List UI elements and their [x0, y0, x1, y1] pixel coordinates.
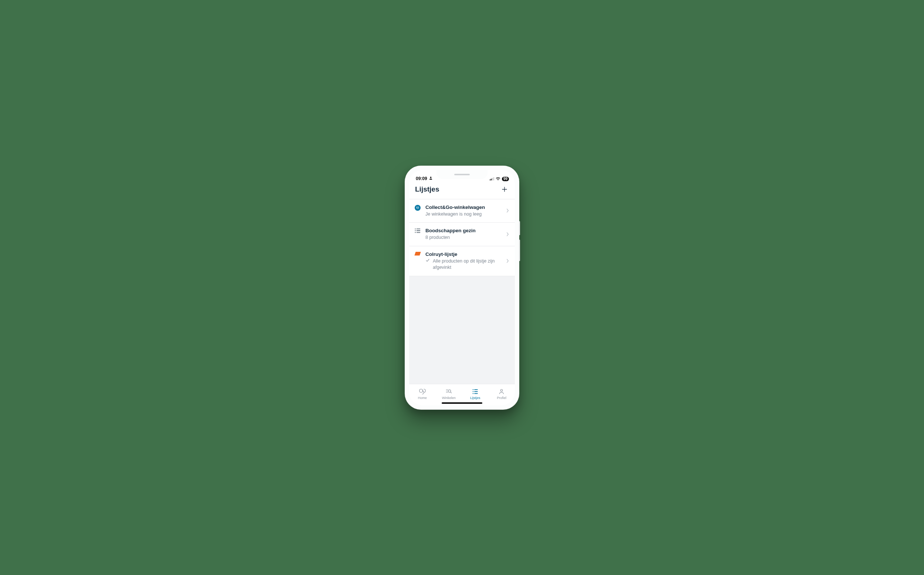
- list-row-title: Boodschappen gezin: [425, 228, 502, 233]
- tab-label: Lijstjes: [470, 396, 480, 400]
- page-title: Lijstjes: [415, 185, 439, 194]
- add-list-button[interactable]: [500, 185, 509, 194]
- list-row-boodschappen[interactable]: Boodschappen gezin 8 producten: [409, 222, 515, 246]
- svg-rect-2: [417, 229, 420, 229]
- svg-point-12: [473, 393, 474, 394]
- bullet-list-icon: [414, 228, 421, 233]
- tab-profiel[interactable]: Profiel: [489, 384, 515, 402]
- svg-point-3: [415, 230, 416, 231]
- tab-label: Home: [418, 396, 427, 400]
- tab-lijstjes[interactable]: Lijstjes: [462, 384, 489, 402]
- home-logo-icon: [419, 388, 426, 395]
- chevron-right-icon: [506, 207, 509, 214]
- svg-rect-11: [474, 391, 478, 392]
- device-notch: [436, 170, 488, 179]
- screen: 09:09 99 Lij: [409, 170, 515, 405]
- svg-point-0: [430, 176, 431, 178]
- list-row-title: Collect&Go-winkelwagen: [425, 205, 502, 210]
- status-right: 99: [490, 177, 509, 181]
- cellular-signal-icon: [490, 177, 494, 181]
- status-left: 09:09: [416, 176, 433, 181]
- phone-frame: 09:09 99 Lij: [405, 166, 519, 410]
- checkmark-icon: [425, 258, 430, 264]
- list-row-subtitle: 8 producten: [425, 234, 502, 241]
- list-row-title: Colruyt-lijstje: [425, 251, 502, 257]
- profile-icon: [498, 388, 505, 395]
- tab-home[interactable]: Home: [409, 384, 436, 402]
- user-presence-icon: [429, 176, 433, 181]
- battery-level: 99: [502, 177, 509, 181]
- svg-point-10: [473, 391, 474, 392]
- chevron-right-icon: [506, 231, 509, 238]
- speaker-grill: [454, 174, 470, 175]
- tab-winkelen[interactable]: Winkelen: [436, 384, 462, 402]
- svg-point-14: [501, 389, 502, 391]
- wifi-icon: [496, 177, 501, 181]
- svg-rect-4: [417, 231, 420, 231]
- svg-rect-6: [417, 233, 420, 233]
- svg-rect-13: [474, 393, 478, 394]
- tab-bar: Home Winkelen: [409, 384, 515, 405]
- list-row-colruyt[interactable]: Colruyt-lijstje Alle producten op dit li…: [409, 246, 515, 276]
- svg-rect-9: [474, 389, 478, 390]
- list-row-subtitle: Je winkelwagen is nog leeg: [425, 211, 502, 218]
- tab-label: Winkelen: [442, 396, 456, 400]
- lists-icon: [472, 388, 479, 395]
- list-row-subtitle: Alle producten op dit lijstje zijn afgev…: [433, 258, 496, 271]
- list-row-collectgo[interactable]: Collect&Go-winkelwagen Je winkelwagen is…: [409, 199, 515, 223]
- status-time: 09:09: [416, 176, 427, 181]
- svg-point-1: [415, 229, 416, 230]
- lists-container: Collect&Go-winkelwagen Je winkelwagen is…: [409, 199, 515, 384]
- colruyt-icon: [414, 252, 421, 256]
- home-indicator[interactable]: [442, 402, 482, 404]
- tab-label: Profiel: [497, 396, 506, 400]
- search-list-icon: [445, 388, 452, 395]
- svg-point-8: [473, 389, 474, 390]
- chevron-right-icon: [506, 258, 509, 264]
- collectgo-icon: [414, 205, 421, 211]
- svg-point-5: [415, 232, 416, 233]
- page-header: Lijstjes: [409, 183, 515, 199]
